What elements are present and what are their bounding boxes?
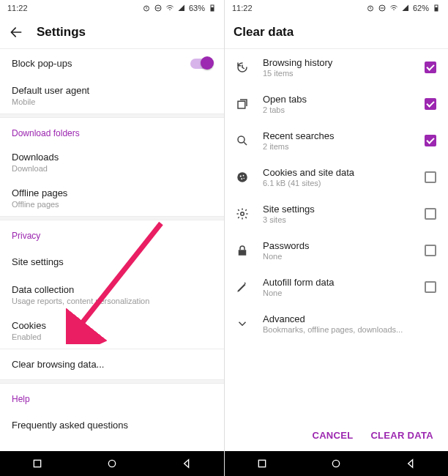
item-sublabel: 2 tabs: [263, 105, 411, 114]
status-bar: 11:22 63%: [0, 0, 224, 16]
search-icon: [235, 134, 250, 147]
cancel-button[interactable]: CANCEL: [312, 430, 353, 441]
clear-browsing-data-row[interactable]: Clear browsing data...: [0, 349, 224, 379]
report-problem-row[interactable]: Report a problem: [0, 440, 224, 451]
settings-content[interactable]: Block pop-ups Default user agent Mobile …: [0, 48, 224, 451]
wifi-icon: [165, 4, 174, 12]
checkbox[interactable]: [425, 245, 436, 256]
android-nav-bar: [225, 451, 448, 476]
signal-icon: [401, 4, 410, 12]
clear-data-button[interactable]: CLEAR DATA: [370, 430, 433, 441]
checkbox[interactable]: [425, 208, 436, 220]
svg-point-16: [241, 178, 242, 179]
clear-data-item-tabs[interactable]: Open tabs2 tabs: [225, 86, 448, 122]
alarm-icon: [366, 4, 375, 12]
settings-screen: 11:22 63% Settings Block pop-ups Default…: [0, 0, 224, 476]
item-sublabel: 6.1 kB (41 sites): [263, 179, 411, 187]
checkbox[interactable]: [425, 98, 436, 110]
svg-point-17: [244, 178, 245, 179]
chevron-icon: [235, 317, 250, 330]
back-icon[interactable]: [181, 458, 193, 469]
svg-point-15: [243, 175, 244, 176]
home-icon[interactable]: [106, 458, 118, 469]
svg-rect-3: [211, 7, 214, 11]
recent-apps-icon[interactable]: [31, 458, 43, 469]
clear-data-item-history[interactable]: Browsing history15 items: [225, 49, 448, 86]
checkbox[interactable]: [425, 281, 436, 293]
block-popups-row[interactable]: Block pop-ups: [0, 49, 224, 78]
battery-icon: [432, 4, 441, 12]
status-indicators: 63%: [142, 4, 217, 12]
clear-data-item-pencil[interactable]: Autofill form dataNone: [225, 269, 448, 305]
item-label: Site settings: [263, 204, 411, 215]
block-popups-label: Block pop-ups: [12, 58, 72, 69]
cookies-row[interactable]: Cookies Enabled: [0, 313, 224, 349]
clear-data-item-search[interactable]: Recent searches2 items: [225, 122, 448, 159]
svg-point-13: [237, 172, 247, 182]
checkbox[interactable]: [425, 135, 436, 146]
home-icon[interactable]: [330, 458, 342, 469]
item-sublabel: None: [263, 289, 411, 297]
item-sublabel: 3 sites: [263, 215, 411, 224]
back-icon[interactable]: [405, 458, 417, 469]
data-collection-row[interactable]: Data collection Usage reports, content p…: [0, 277, 224, 313]
pencil-icon: [235, 280, 250, 294]
cookie-icon: [235, 171, 250, 184]
svg-rect-11: [238, 101, 245, 108]
checkbox[interactable]: [425, 171, 436, 183]
svg-point-21: [333, 460, 340, 466]
svg-point-5: [108, 460, 115, 466]
svg-point-18: [241, 212, 244, 216]
clear-data-list[interactable]: Browsing history15 itemsOpen tabs2 tabsR…: [225, 49, 448, 420]
help-header: Help: [0, 384, 224, 410]
privacy-header: Privacy: [0, 220, 224, 247]
default-user-agent-row[interactable]: Default user agent Mobile: [0, 78, 224, 114]
svg-point-14: [240, 175, 242, 176]
clear-data-item-chevron[interactable]: AdvancedBookmarks, offline pages, downlo…: [225, 305, 448, 342]
app-bar: Clear data: [225, 16, 448, 48]
item-label: Autofill form data: [263, 277, 411, 288]
status-time: 11:22: [232, 4, 253, 12]
dnd-icon: [154, 4, 163, 12]
recent-apps-icon[interactable]: [256, 458, 268, 469]
item-label: Open tabs: [263, 94, 411, 105]
checkbox[interactable]: [425, 62, 436, 73]
app-bar: Settings: [0, 16, 224, 48]
signal-icon: [177, 4, 186, 12]
block-popups-switch[interactable]: [190, 59, 212, 69]
svg-point-12: [238, 136, 244, 143]
svg-rect-4: [34, 460, 40, 466]
faq-row[interactable]: Frequently asked questions: [0, 410, 224, 440]
status-indicators: 62%: [366, 4, 441, 12]
item-sublabel: 2 items: [263, 142, 411, 151]
dnd-icon: [378, 4, 387, 12]
history-icon: [235, 61, 250, 74]
tabs-icon: [235, 97, 250, 111]
downloads-row[interactable]: Downloads Download: [0, 144, 224, 180]
item-label: Browsing history: [263, 57, 411, 68]
page-title: Settings: [37, 25, 86, 40]
item-sublabel: 15 items: [263, 69, 411, 78]
clear-data-item-gear[interactable]: Site settings3 sites: [225, 196, 448, 232]
item-sublabel: Bookmarks, offline pages, downloads...: [263, 325, 436, 334]
back-arrow-icon[interactable]: [9, 25, 23, 40]
item-label: Cookies and site data: [263, 167, 411, 178]
gear-icon: [235, 207, 250, 220]
svg-rect-10: [435, 7, 438, 11]
page-title: Clear data: [234, 25, 294, 40]
clear-data-item-cookie[interactable]: Cookies and site data6.1 kB (41 sites): [225, 159, 448, 196]
wifi-icon: [389, 4, 398, 12]
lock-icon: [235, 244, 250, 257]
download-folders-header: Download folders: [0, 118, 224, 144]
battery-icon: [208, 4, 217, 12]
item-label: Advanced: [263, 313, 436, 324]
android-nav-bar: [0, 451, 224, 476]
offline-pages-row[interactable]: Offline pages Offline pages: [0, 180, 224, 216]
clear-data-item-lock[interactable]: PasswordsNone: [225, 232, 448, 269]
site-settings-row[interactable]: Site settings: [0, 247, 224, 277]
dialog-actions: CANCEL CLEAR DATA: [225, 420, 448, 451]
clear-data-screen: 11:22 62% Clear data Browsing history15 …: [224, 0, 448, 476]
battery-text: 63%: [189, 4, 205, 12]
alarm-icon: [142, 4, 151, 12]
battery-text: 62%: [413, 4, 429, 12]
